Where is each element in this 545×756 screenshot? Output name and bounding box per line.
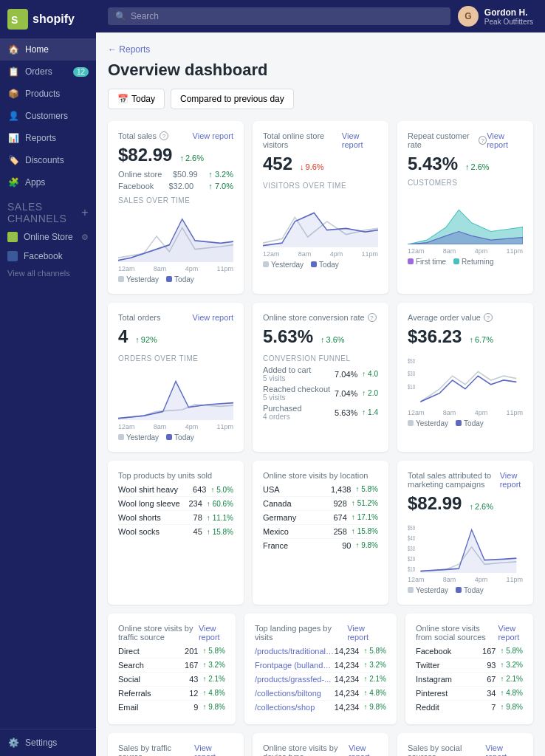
repeat-customer-chart-labels: 12am 8am 4pm 11pm [408,247,523,255]
svg-text:$40: $40 [408,535,415,542]
total-orders-link[interactable]: View report [193,313,233,322]
repeat-customer-info-icon[interactable]: ? [479,136,487,145]
page-title: Overview dashboard [108,61,533,80]
search-bar[interactable]: 🔍 [108,7,450,25]
returning-dot-icon [453,258,459,264]
topbar: 🔍 G Gordon H. Peak Outfitters [96,0,545,32]
marketing-sales-value: $82.99 [408,493,462,514]
product-row-3: Wool shorts 78 ↑ 11.1% [118,511,233,525]
date-controls: 📅 Today Compared to previous day [108,89,533,109]
add-channel-icon[interactable]: + [81,206,89,219]
total-sales-title: Total sales ? [118,131,168,140]
conversion-funnel: Added to cart 5 visits 7.04% ↑ 4.0 Reach… [263,365,378,421]
svg-text:$20: $20 [408,555,415,563]
user-menu[interactable]: G Gordon H. Peak Outfitters [458,6,533,27]
sidebar-item-orders[interactable]: 📋 Orders 12 [0,61,96,83]
visits-traffic-title: Online store visits by traffic source [118,624,199,642]
visits-social-link[interactable]: View report [498,624,523,642]
breadcrumb[interactable]: ← Reports [108,44,533,55]
traffic-row-4: Referrals 12↑ 4.8% [118,687,225,701]
compare-button[interactable]: Compared to previous day [171,89,294,109]
facebook-dot-icon [7,251,18,261]
apps-icon: 🧩 [7,176,19,188]
avg-order-chart: $50 $30 $10 [408,354,523,406]
total-sales-info-icon[interactable]: ? [160,131,168,140]
today-legend-icon [166,276,172,282]
marketing-sales-link[interactable]: View report [500,471,523,489]
sidebar-item-discounts[interactable]: 🏷️ Discounts [0,149,96,171]
social-row-4: Pinterest 34↑ 4.8% [416,687,523,701]
repeat-customer-legend: First time Returning [408,258,523,266]
avg-order-legend: Yesterday Today [408,419,523,427]
landing-pages-card: Top landing pages by visits View report … [244,614,397,724]
search-icon: 🔍 [115,11,126,21]
svg-text:$50: $50 [408,524,415,532]
conversion-rate-info-icon[interactable]: ? [368,313,377,322]
avg-today-icon [456,420,462,426]
landing-pages-link[interactable]: View report [347,624,386,642]
sidebar-item-reports[interactable]: 📊 Reports [0,127,96,149]
nav: 🏠 Home 📋 Orders 12 📦 Products 👤 Customer… [0,38,96,729]
today-button[interactable]: 📅 Today [108,89,165,109]
svg-text:$10: $10 [408,566,415,573]
search-input[interactable] [131,11,443,21]
location-row-4: Mexico 258 ↑ 15.8% [263,525,378,539]
total-visitors-title: Total online store visitors [263,131,342,149]
total-visitors-link[interactable]: View report [342,131,378,149]
channel-facebook[interactable]: Facebook [0,247,96,266]
customers-label: CUSTOMERS [408,179,523,187]
sidebar-item-products[interactable]: 📦 Products [0,83,96,105]
avg-order-change: 6.7% [469,335,493,344]
channel-online-store[interactable]: Online Store ⚙ [0,227,96,247]
online-store-settings-icon[interactable]: ⚙ [81,233,89,242]
total-sales-value: $82.99 [118,145,172,165]
mktg-today-icon [456,587,462,593]
top-products-title: Top products by units sold [118,471,212,480]
product-row-4: Wool socks 45 ↑ 15.8% [118,525,233,538]
sales-social-link[interactable]: View report [485,743,523,756]
traffic-row-3: Social 43↑ 2.1% [118,673,225,687]
visits-device-link[interactable]: View report [349,743,378,756]
funnel-row-checkout: Reached checkout 5 visits 7.04% ↑ 2.0 [263,385,378,402]
sidebar-item-apps[interactable]: 🧩 Apps [0,171,96,193]
avg-order-chart-labels: 12am 8am 4pm 11pm [408,409,523,416]
orders-legend: Yesterday Today [118,433,233,441]
sidebar: S shopify 🏠 Home 📋 Orders 12 📦 Products … [0,0,96,756]
sales-traffic-card: Sales by traffic source View report Dire… [108,733,244,756]
orders-icon: 📋 [7,66,19,78]
orders-yesterday-icon [118,434,124,440]
social-row-2: Twitter 93↑ 3.2% [416,659,523,673]
visits-traffic-card: Online store visits by traffic source Vi… [108,614,236,724]
total-sales-chart [118,210,233,262]
sales-traffic-link[interactable]: View report [194,743,233,756]
visitors-legend: Yesterday Today [263,261,378,269]
repeat-customer-link[interactable]: View report [487,131,523,149]
visits-traffic-link[interactable]: View report [199,624,225,642]
sidebar-item-home[interactable]: 🏠 Home [0,38,96,61]
user-store: Peak Outfitters [484,18,533,26]
marketing-chart: $50 $40 $30 $20 $10 [408,521,523,573]
marketing-sales-change: 2.6% [469,502,493,511]
total-sales-card: Total sales ? View report $82.99 2.6% On… [108,121,244,294]
visits-social-card: Online store visits from social sources … [405,614,533,724]
marketing-sales-card: Total sales attributed to marketing camp… [397,461,533,605]
svg-text:$10: $10 [408,383,415,391]
total-sales-link[interactable]: View report [193,131,233,140]
avg-order-info-icon[interactable]: ? [484,313,493,322]
visitors-chart [263,196,378,247]
channel-facebook-label: Facebook [24,251,63,261]
location-row-5: France 90 ↑ 9.8% [263,539,378,552]
settings-label: Settings [25,738,57,748]
discounts-icon: 🏷️ [7,154,19,166]
calendar-icon: 📅 [117,94,128,104]
dashboard-content: ← Reports Overview dashboard 📅 Today Com… [96,32,545,756]
total-visitors-change: 9.6% [300,162,324,171]
yesterday-legend-icon [118,276,124,282]
sidebar-item-customers[interactable]: 👤 Customers [0,105,96,127]
total-visitors-value: 452 [263,154,292,174]
view-all-channels[interactable]: View all channels [0,266,96,281]
sidebar-item-settings[interactable]: ⚙️ Settings [0,729,96,756]
repeat-customer-chart [408,193,523,244]
marketing-legend: Yesterday Today [408,586,523,594]
svg-marker-6 [118,382,233,421]
